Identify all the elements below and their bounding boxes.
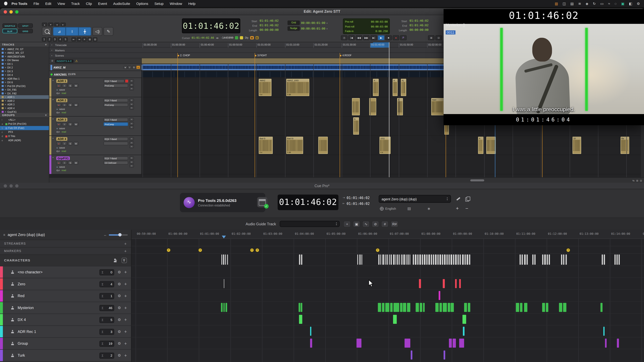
- preroll-value[interactable]: 00:00:03:00: [371, 20, 388, 23]
- postroll-value[interactable]: 00:00:03:00: [371, 25, 388, 28]
- cue-clip[interactable]: [602, 255, 603, 265]
- split-button[interactable]: ∿: [362, 221, 370, 227]
- sidebar-track-dx-3[interactable]: ≋DX 3: [0, 69, 49, 73]
- menu-item-clip[interactable]: Clip: [86, 1, 92, 5]
- menu-item-file[interactable]: File: [34, 1, 39, 5]
- send-slot[interactable]: +: [130, 125, 134, 129]
- track-name[interactable]: ADR 1: [56, 79, 68, 83]
- markers-lane[interactable]: [132, 246, 644, 254]
- view-selector[interactable]: wave: [59, 127, 65, 129]
- view-selector[interactable]: wave: [59, 88, 65, 91]
- cue-clip[interactable]: [563, 303, 566, 312]
- cue-clip[interactable]: [378, 255, 380, 265]
- grid-value[interactable]: 00:00:00:01:00: [301, 21, 325, 24]
- length-value[interactable]: 00:00:00:00: [260, 28, 286, 32]
- cue-clip[interactable]: [438, 255, 439, 265]
- insert-eq3-7-band[interactable]: EQ3 7-Band: [104, 156, 128, 160]
- cue-clip[interactable]: [362, 255, 362, 265]
- audio-clip[interactable]: A: [373, 79, 379, 96]
- group-pfx[interactable]: cPFX: [0, 130, 49, 134]
- inserts-selector[interactable]: INSERTS A-E: [55, 59, 74, 62]
- cue-clip[interactable]: [467, 255, 468, 265]
- marker-dot[interactable]: [167, 248, 170, 252]
- cue-clip[interactable]: [390, 303, 393, 312]
- grabber-tool[interactable]: ╋: [78, 27, 91, 36]
- record-enable-button[interactable]: ●: [56, 103, 61, 107]
- timeline-row-no-character[interactable]: [132, 266, 644, 278]
- cue-clip[interactable]: [426, 255, 428, 265]
- cue-clip[interactable]: [419, 279, 421, 288]
- stepper-icon[interactable]: ▲▼: [336, 222, 337, 226]
- scene-marker-4-roof[interactable]: ◆4.ROOF: [340, 54, 352, 56]
- cue-clip[interactable]: [546, 303, 548, 312]
- timeline-row-adr-rec-1[interactable]: [132, 326, 644, 338]
- clip-button[interactable]: ▣: [353, 221, 360, 227]
- apple-icon[interactable]: [4, 1, 8, 5]
- send-slot[interactable]: +: [130, 145, 134, 148]
- cue-clip[interactable]: [420, 303, 422, 312]
- audio-clip[interactable]: [486, 137, 496, 154]
- add-cue-icon[interactable]: +: [124, 306, 127, 310]
- cue-clip[interactable]: [463, 327, 464, 336]
- out-time[interactable]: 01:01:46:02: [346, 202, 370, 206]
- cue-clip[interactable]: [442, 255, 443, 265]
- end-value[interactable]: 01:01:46:02: [260, 23, 286, 28]
- audio-clip[interactable]: Sierr: [431, 98, 444, 115]
- gear-icon[interactable]: ⚙: [118, 342, 121, 346]
- automation-mode[interactable]: read: [62, 92, 66, 94]
- stats-icon[interactable]: ≋: [578, 1, 581, 5]
- remove-button[interactable]: −: [466, 206, 468, 212]
- character-row-red[interactable]: RedΣ1⚙+: [0, 290, 131, 302]
- audio-clip[interactable]: S: [353, 117, 359, 135]
- cue-clip[interactable]: [299, 255, 300, 265]
- cue-clip[interactable]: [406, 255, 406, 265]
- mute-button[interactable]: M: [74, 84, 78, 87]
- menu-item-event[interactable]: Event: [98, 1, 107, 5]
- character-row-zero[interactable]: ZeroΣ4⚙+: [0, 278, 131, 290]
- cue-clip[interactable]: [417, 255, 418, 265]
- cue-clip[interactable]: [422, 255, 423, 265]
- insert-procomp[interactable]: ProComp: [104, 84, 128, 87]
- solo-button[interactable]: S: [132, 66, 136, 69]
- sidebar-track-ov-stereo[interactable]: ≋OV Stereo: [0, 58, 49, 62]
- start-value[interactable]: 01:01:46:02: [260, 19, 286, 23]
- audio-clip[interactable]: [318, 137, 328, 154]
- cue-clip[interactable]: [563, 255, 564, 265]
- marker-dot[interactable]: [250, 248, 254, 252]
- nav-arrow-3[interactable]: ▸: [60, 23, 66, 26]
- add-cue-icon[interactable]: +: [124, 282, 127, 286]
- mute-button[interactable]: M: [136, 66, 140, 69]
- send-slot[interactable]: +: [130, 137, 134, 140]
- cue-clip[interactable]: [455, 279, 456, 288]
- cue-clip[interactable]: [222, 255, 222, 265]
- mic-status-icon[interactable]: ▥: [555, 1, 558, 5]
- time-machine-icon[interactable]: ↻: [593, 1, 596, 5]
- cue-clip[interactable]: [410, 255, 410, 265]
- mute-button[interactable]: M: [74, 161, 78, 165]
- postroll-label[interactable]: Post-roll: [345, 25, 354, 28]
- insert-d3-deesser[interactable]: D3 DeEsser: [104, 161, 128, 165]
- cue-clip[interactable]: [443, 279, 445, 288]
- gear-icon[interactable]: ⚙: [118, 353, 121, 358]
- add-cue-icon[interactable]: +: [124, 353, 127, 358]
- ruler-caret-icon[interactable]: ▾: [52, 44, 52, 46]
- audio-clip[interactable]: A(: [401, 79, 406, 96]
- cue-clip[interactable]: [469, 255, 470, 265]
- cue-clip[interactable]: [443, 303, 447, 312]
- sidebar-track-dx-fill2[interactable]: ≋DX_Fill2: [0, 92, 49, 95]
- cue-clip[interactable]: [616, 255, 618, 265]
- timeline-ruler[interactable]: 00:59:00:0001:00:00:0001:01:00:0001:02:0…: [132, 230, 644, 239]
- trim-tool[interactable]: ⊿: [53, 27, 66, 36]
- cue-clip[interactable]: [522, 255, 523, 265]
- fast-forward-button[interactable]: ▶▶: [363, 35, 370, 40]
- zoom-slider[interactable]: [109, 234, 128, 235]
- sidebar-track-dx-4[interactable]: ≋DX 4: [0, 73, 49, 77]
- group-futz-dx-futz[interactable]: bFutz DX (Futz): [0, 126, 49, 130]
- audio-clip[interactable]: A: [478, 137, 484, 154]
- insert-eq3-7-band[interactable]: EQ3 7-Band: [104, 137, 128, 141]
- nudge-label[interactable]: Nudge: [288, 26, 300, 31]
- cue-clip[interactable]: [440, 303, 442, 312]
- cue-clip[interactable]: [524, 255, 526, 265]
- sidebar-track-dx-fill1[interactable]: ≋DX_Fill1: [0, 88, 49, 92]
- streamers-section[interactable]: STREAMERS +: [0, 240, 131, 247]
